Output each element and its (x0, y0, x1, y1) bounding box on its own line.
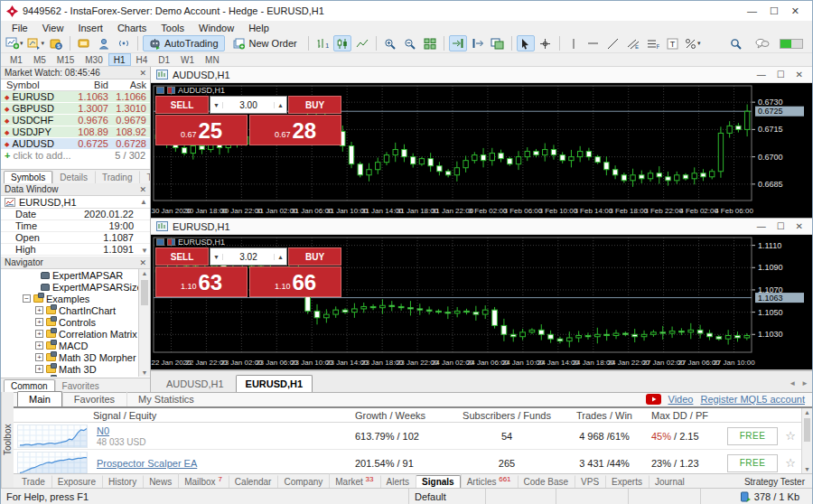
chart-tabs-scroll-right-icon[interactable]: ► (801, 379, 808, 387)
timeframe-m5[interactable]: M5 (28, 53, 51, 66)
strategy-tester-icon[interactable]: $ (47, 35, 65, 51)
scroll-down-icon[interactable]: ▼ (139, 369, 150, 376)
toolbox-tab-news[interactable]: News (143, 475, 178, 488)
volume-value[interactable]: 3.00 (223, 100, 274, 110)
chart-minimize-button[interactable]: — (757, 221, 766, 231)
toolbox-tab-mailbox[interactable]: Mailbox 7 (178, 473, 229, 488)
menu-tools[interactable]: Tools (154, 23, 192, 33)
free-button[interactable]: FREE (727, 454, 778, 472)
line-chart-mode-icon[interactable] (353, 35, 371, 51)
menu-window[interactable]: Window (192, 23, 241, 33)
scroll-down-icon[interactable]: ▼ (802, 466, 812, 472)
toolbox-tab-code-base[interactable]: Code Base (518, 475, 575, 488)
zoom-out-icon[interactable] (401, 35, 419, 51)
crosshair-tool-icon[interactable] (537, 35, 555, 51)
toolbox-tab-alerts[interactable]: Alerts (380, 475, 416, 488)
chart-close-button[interactable]: ✕ (796, 221, 803, 231)
signal-row-n0[interactable]: N048 033 USD613.79% / 102544 968 /61%45%… (14, 423, 801, 450)
menu-help[interactable]: Help (241, 23, 276, 33)
autotrading-button[interactable]: AutoTrading (143, 35, 225, 51)
data-window-scroll-up-icon[interactable]: ▲ (140, 198, 150, 206)
navigator-item-correlation-matrix-3d[interactable]: +Correlation Matrix 3D (1, 328, 138, 340)
scroll-up-icon[interactable]: ▲ (802, 409, 812, 415)
search-icon[interactable] (726, 35, 744, 51)
navigator-scrollbar[interactable]: ▲ ▼ (138, 269, 150, 377)
expand-icon[interactable]: + (35, 365, 43, 373)
expand-icon[interactable]: + (35, 353, 43, 361)
volume-input[interactable]: ▼ 3.02 ▲ (210, 247, 287, 266)
navigator-item-macd[interactable]: +MACD (1, 340, 138, 351)
navigator-tab-favorites[interactable]: Favorites (55, 379, 107, 392)
maximize-button[interactable]: ☐ (770, 5, 779, 17)
auto-scroll-icon[interactable] (449, 35, 467, 51)
chart-shift-icon[interactable] (469, 35, 487, 51)
chart-tab-eurusd-h1[interactable]: EURUSD,H1 (236, 375, 313, 392)
navigator-item-moving-average[interactable]: +Moving Average (1, 375, 138, 377)
close-button[interactable]: ✕ (791, 5, 799, 17)
market-watch-row-usdjpy[interactable]: ◆USDJPY108.89108.92 (1, 126, 150, 138)
toolbox-tab-company[interactable]: Company (277, 475, 329, 488)
depth-of-market-icon[interactable] (167, 238, 175, 246)
favorite-star-icon[interactable]: ☆ (780, 456, 801, 470)
new-chart-icon[interactable]: ▾ (5, 35, 24, 51)
navigator-item-chartinchart[interactable]: +ChartInChart (1, 304, 138, 316)
expand-icon[interactable]: + (35, 341, 43, 350)
navigator-item-math-3d[interactable]: +Math 3D (1, 363, 138, 375)
volume-increase-icon[interactable]: ▲ (274, 254, 286, 260)
buy-button[interactable]: BUY (288, 247, 341, 266)
horizontal-line-tool-icon[interactable] (584, 35, 603, 51)
menu-charts[interactable]: Charts (110, 23, 154, 33)
menu-view[interactable]: View (35, 23, 71, 33)
broadcast-icon[interactable] (115, 35, 133, 51)
minimize-button[interactable]: — (747, 5, 757, 17)
trendline-tool-icon[interactable] (604, 35, 622, 51)
favorite-star-icon[interactable]: ☆ (780, 429, 801, 443)
toolbox-tab-experts[interactable]: Experts (605, 475, 649, 488)
timeframe-h4[interactable]: H4 (131, 53, 154, 66)
expand-icon[interactable]: + (35, 330, 43, 338)
profiles-icon[interactable]: ▾ (26, 35, 46, 51)
market-watch-tab-symbols[interactable]: Symbols (4, 171, 52, 183)
signal-name-link[interactable]: Prospector Scalper EA (97, 458, 197, 469)
market-watch-tab-details[interactable]: Details (52, 171, 95, 183)
equidistant-channel-tool-icon[interactable]: E (624, 35, 642, 51)
sell-button[interactable]: SELL (155, 96, 209, 114)
collapse-icon[interactable]: − (23, 294, 31, 303)
timeframe-m15[interactable]: M15 (51, 53, 79, 66)
one-click-toggle-icon[interactable] (156, 238, 164, 246)
arrows-tool-icon[interactable]: ▾ (684, 35, 702, 51)
data-window-scroll-down-icon[interactable]: ▼ (141, 247, 148, 255)
volume-value[interactable]: 3.02 (223, 252, 274, 262)
navigator-tab-common[interactable]: Common (4, 379, 55, 392)
market-watch-row-gbpusd[interactable]: ◆GBPUSD1.30071.3010 (1, 103, 150, 115)
audusd-candlestick-chart[interactable]: AUDUSD,H1 SELL ▼ 3.00 ▲ BUY 0.6725 (151, 83, 812, 218)
market-watch-row-eurusd[interactable]: ◆EURUSD1.10631.1066 (1, 91, 150, 103)
sell-price[interactable]: 0.6725 (155, 115, 248, 145)
scroll-up-icon[interactable]: ▲ (139, 270, 150, 276)
signal-name-link[interactable]: N0 (97, 425, 145, 436)
expand-icon[interactable]: + (35, 306, 43, 314)
chart-window-titlebar[interactable]: AUDUSD,H1 — ☐ ✕ (151, 67, 812, 83)
chart-tab-audusd-h1[interactable]: AUDUSD,H1 (156, 375, 234, 392)
toolbox-tab-history[interactable]: History (102, 475, 143, 488)
data-window-close-icon[interactable]: ✕ (139, 185, 146, 194)
navigator-item-controls[interactable]: +Controls (1, 316, 138, 328)
toolbox-tab-market[interactable]: Market 33 (329, 473, 379, 488)
navigator-item-examples[interactable]: −Examples (1, 293, 138, 304)
expand-icon[interactable]: + (35, 318, 43, 326)
chart-maximize-button[interactable]: ☐ (777, 221, 785, 231)
docking-icon[interactable] (489, 35, 507, 51)
navigator-item-math-3d-morpher[interactable]: +Math 3D Morpher (1, 351, 138, 363)
timeframe-d1[interactable]: D1 (153, 53, 175, 66)
toolbox-tab-vps[interactable]: VPS (575, 475, 605, 488)
timeframe-m30[interactable]: M30 (79, 53, 107, 66)
youtube-icon[interactable] (646, 394, 661, 405)
depth-of-market-icon[interactable] (167, 87, 175, 94)
chart-minimize-button[interactable]: — (757, 70, 766, 79)
volume-input[interactable]: ▼ 3.00 ▲ (210, 96, 287, 114)
navigator-close-icon[interactable]: ✕ (139, 258, 146, 267)
new-order-button[interactable]: New Order (227, 35, 304, 51)
register-mql5-link[interactable]: Register MQL5 account (700, 394, 805, 405)
buy-price[interactable]: 1.1066 (249, 266, 341, 297)
fibonacci-tool-icon[interactable]: F (644, 35, 662, 51)
